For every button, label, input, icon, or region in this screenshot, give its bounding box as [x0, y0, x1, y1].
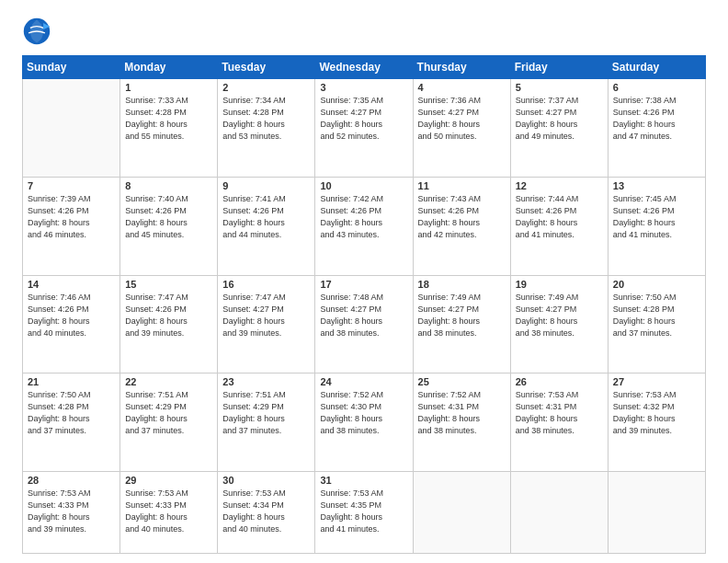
calendar-week-row: 21Sunrise: 7:50 AM Sunset: 4:28 PM Dayli…: [23, 373, 706, 472]
day-number: 28: [28, 475, 115, 486]
day-info: Sunrise: 7:46 AM Sunset: 4:26 PM Dayligh…: [28, 292, 115, 339]
calendar-day-cell: 22Sunrise: 7:51 AM Sunset: 4:29 PM Dayli…: [120, 373, 218, 472]
day-number: 12: [516, 180, 603, 191]
calendar-day-cell: 27Sunrise: 7:53 AM Sunset: 4:32 PM Dayli…: [608, 373, 705, 472]
day-info: Sunrise: 7:47 AM Sunset: 4:26 PM Dayligh…: [125, 292, 212, 339]
calendar-day-cell: 10Sunrise: 7:42 AM Sunset: 4:26 PM Dayli…: [315, 177, 413, 275]
calendar-day-cell: 26Sunrise: 7:53 AM Sunset: 4:31 PM Dayli…: [510, 373, 608, 472]
calendar-day-cell: 18Sunrise: 7:49 AM Sunset: 4:27 PM Dayli…: [413, 275, 510, 373]
day-info: Sunrise: 7:51 AM Sunset: 4:29 PM Dayligh…: [125, 389, 212, 437]
calendar-day-cell: 9Sunrise: 7:41 AM Sunset: 4:26 PM Daylig…: [218, 177, 315, 275]
day-info: Sunrise: 7:36 AM Sunset: 4:27 PM Dayligh…: [418, 95, 506, 143]
header-day-wednesday: Wednesday: [315, 56, 413, 79]
calendar-day-cell: [413, 472, 510, 554]
calendar-day-cell: 5Sunrise: 7:37 AM Sunset: 4:27 PM Daylig…: [510, 79, 608, 178]
calendar-week-row: 7Sunrise: 7:39 AM Sunset: 4:26 PM Daylig…: [23, 177, 706, 275]
calendar-day-cell: [608, 472, 705, 554]
day-info: Sunrise: 7:53 AM Sunset: 4:32 PM Dayligh…: [613, 389, 700, 437]
calendar-day-cell: 11Sunrise: 7:43 AM Sunset: 4:26 PM Dayli…: [413, 177, 510, 275]
calendar-week-row: 14Sunrise: 7:46 AM Sunset: 4:26 PM Dayli…: [23, 275, 706, 373]
header: [22, 17, 706, 46]
day-number: 3: [320, 82, 407, 93]
calendar-header-row: SundayMondayTuesdayWednesdayThursdayFrid…: [23, 56, 706, 79]
calendar-day-cell: 2Sunrise: 7:34 AM Sunset: 4:28 PM Daylig…: [218, 79, 315, 178]
calendar-day-cell: 7Sunrise: 7:39 AM Sunset: 4:26 PM Daylig…: [23, 177, 120, 275]
day-info: Sunrise: 7:50 AM Sunset: 4:28 PM Dayligh…: [613, 292, 700, 339]
day-number: 29: [125, 475, 212, 486]
day-info: Sunrise: 7:39 AM Sunset: 4:26 PM Dayligh…: [28, 193, 115, 241]
day-info: Sunrise: 7:49 AM Sunset: 4:27 PM Dayligh…: [516, 292, 603, 339]
calendar-day-cell: 3Sunrise: 7:35 AM Sunset: 4:27 PM Daylig…: [315, 79, 413, 178]
calendar-day-cell: 23Sunrise: 7:51 AM Sunset: 4:29 PM Dayli…: [218, 373, 315, 472]
day-number: 25: [418, 376, 506, 387]
calendar-day-cell: [510, 472, 608, 554]
day-info: Sunrise: 7:53 AM Sunset: 4:34 PM Dayligh…: [222, 488, 310, 535]
day-number: 4: [418, 82, 506, 93]
page: SundayMondayTuesdayWednesdayThursdayFrid…: [0, 0, 728, 563]
calendar-week-row: 1Sunrise: 7:33 AM Sunset: 4:28 PM Daylig…: [23, 79, 706, 178]
day-number: 8: [125, 180, 212, 191]
day-number: 11: [418, 180, 506, 191]
calendar-day-cell: 15Sunrise: 7:47 AM Sunset: 4:26 PM Dayli…: [120, 275, 218, 373]
day-number: 30: [222, 475, 310, 486]
day-number: 10: [320, 180, 407, 191]
day-number: 16: [222, 279, 310, 290]
day-info: Sunrise: 7:49 AM Sunset: 4:27 PM Dayligh…: [418, 292, 506, 339]
calendar-day-cell: 21Sunrise: 7:50 AM Sunset: 4:28 PM Dayli…: [23, 373, 120, 472]
calendar-day-cell: 25Sunrise: 7:52 AM Sunset: 4:31 PM Dayli…: [413, 373, 510, 472]
calendar-week-row: 28Sunrise: 7:53 AM Sunset: 4:33 PM Dayli…: [23, 472, 706, 554]
calendar-day-cell: 19Sunrise: 7:49 AM Sunset: 4:27 PM Dayli…: [510, 275, 608, 373]
day-number: 7: [28, 180, 115, 191]
day-number: 18: [418, 279, 506, 290]
day-info: Sunrise: 7:53 AM Sunset: 4:35 PM Dayligh…: [320, 488, 407, 535]
calendar-day-cell: 8Sunrise: 7:40 AM Sunset: 4:26 PM Daylig…: [120, 177, 218, 275]
day-info: Sunrise: 7:45 AM Sunset: 4:26 PM Dayligh…: [613, 193, 700, 241]
calendar-day-cell: 6Sunrise: 7:38 AM Sunset: 4:26 PM Daylig…: [608, 79, 705, 178]
day-number: 21: [28, 376, 115, 387]
header-day-monday: Monday: [120, 56, 218, 79]
calendar-day-cell: 17Sunrise: 7:48 AM Sunset: 4:27 PM Dayli…: [315, 275, 413, 373]
day-info: Sunrise: 7:37 AM Sunset: 4:27 PM Dayligh…: [516, 95, 603, 143]
day-info: Sunrise: 7:41 AM Sunset: 4:26 PM Dayligh…: [222, 193, 310, 241]
calendar-day-cell: 20Sunrise: 7:50 AM Sunset: 4:28 PM Dayli…: [608, 275, 705, 373]
day-info: Sunrise: 7:50 AM Sunset: 4:28 PM Dayligh…: [28, 389, 115, 437]
day-number: 6: [613, 82, 700, 93]
calendar-day-cell: 14Sunrise: 7:46 AM Sunset: 4:26 PM Dayli…: [23, 275, 120, 373]
day-info: Sunrise: 7:44 AM Sunset: 4:26 PM Dayligh…: [516, 193, 603, 241]
day-info: Sunrise: 7:51 AM Sunset: 4:29 PM Dayligh…: [222, 389, 310, 437]
day-info: Sunrise: 7:48 AM Sunset: 4:27 PM Dayligh…: [320, 292, 407, 339]
header-day-saturday: Saturday: [608, 56, 705, 79]
day-number: 31: [320, 475, 407, 486]
logo: [22, 17, 55, 46]
day-info: Sunrise: 7:47 AM Sunset: 4:27 PM Dayligh…: [222, 292, 310, 339]
day-number: 17: [320, 279, 407, 290]
header-day-sunday: Sunday: [23, 56, 120, 79]
calendar-day-cell: 29Sunrise: 7:53 AM Sunset: 4:33 PM Dayli…: [120, 472, 218, 554]
calendar-table: SundayMondayTuesdayWednesdayThursdayFrid…: [22, 55, 706, 554]
day-info: Sunrise: 7:52 AM Sunset: 4:30 PM Dayligh…: [320, 389, 407, 437]
calendar-day-cell: 31Sunrise: 7:53 AM Sunset: 4:35 PM Dayli…: [315, 472, 413, 554]
day-number: 26: [516, 376, 603, 387]
calendar-day-cell: 16Sunrise: 7:47 AM Sunset: 4:27 PM Dayli…: [218, 275, 315, 373]
calendar-day-cell: [23, 79, 120, 178]
calendar-day-cell: 30Sunrise: 7:53 AM Sunset: 4:34 PM Dayli…: [218, 472, 315, 554]
day-number: 1: [125, 82, 212, 93]
day-info: Sunrise: 7:42 AM Sunset: 4:26 PM Dayligh…: [320, 193, 407, 241]
day-number: 2: [222, 82, 310, 93]
calendar-day-cell: 13Sunrise: 7:45 AM Sunset: 4:26 PM Dayli…: [608, 177, 705, 275]
day-info: Sunrise: 7:40 AM Sunset: 4:26 PM Dayligh…: [125, 193, 212, 241]
calendar-day-cell: 1Sunrise: 7:33 AM Sunset: 4:28 PM Daylig…: [120, 79, 218, 178]
header-day-thursday: Thursday: [413, 56, 510, 79]
day-info: Sunrise: 7:52 AM Sunset: 4:31 PM Dayligh…: [418, 389, 506, 437]
calendar-day-cell: 24Sunrise: 7:52 AM Sunset: 4:30 PM Dayli…: [315, 373, 413, 472]
day-info: Sunrise: 7:43 AM Sunset: 4:26 PM Dayligh…: [418, 193, 506, 241]
calendar-day-cell: 4Sunrise: 7:36 AM Sunset: 4:27 PM Daylig…: [413, 79, 510, 178]
day-info: Sunrise: 7:53 AM Sunset: 4:33 PM Dayligh…: [125, 488, 212, 535]
header-day-friday: Friday: [510, 56, 608, 79]
header-day-tuesday: Tuesday: [218, 56, 315, 79]
day-number: 13: [613, 180, 700, 191]
day-number: 14: [28, 279, 115, 290]
day-info: Sunrise: 7:53 AM Sunset: 4:31 PM Dayligh…: [516, 389, 603, 437]
day-number: 24: [320, 376, 407, 387]
day-info: Sunrise: 7:33 AM Sunset: 4:28 PM Dayligh…: [125, 95, 212, 143]
